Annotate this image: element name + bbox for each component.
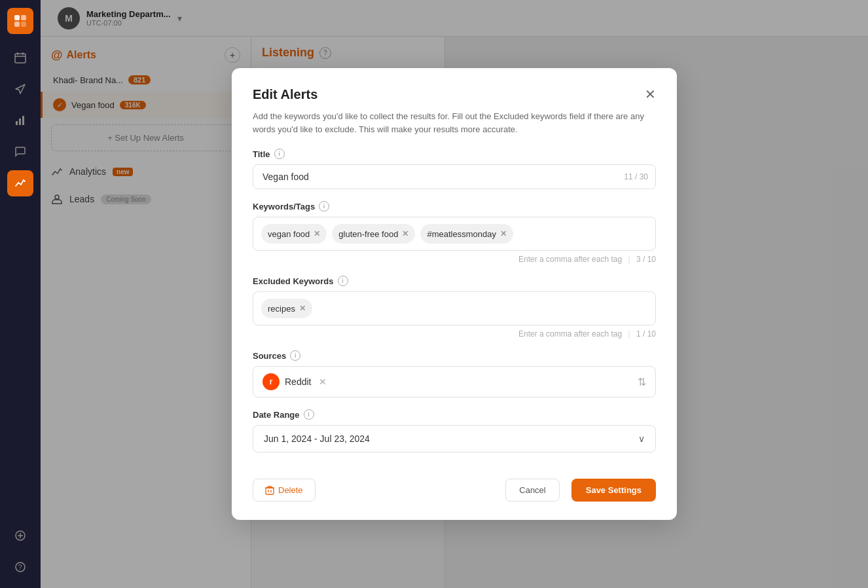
excluded-keywords-label: Excluded Keywords i bbox=[253, 276, 656, 286]
svg-rect-9 bbox=[19, 119, 21, 125]
modal-description: Add the keywords you'd like to collect t… bbox=[253, 110, 656, 136]
excluded-keywords-section: Excluded Keywords i recipes ✕ Enter a co… bbox=[253, 276, 656, 339]
excluded-info-icon[interactable]: i bbox=[338, 276, 348, 286]
modal-title: Edit Alerts bbox=[253, 87, 317, 102]
add-circle-icon[interactable] bbox=[7, 523, 33, 549]
send-nav-icon[interactable] bbox=[7, 76, 33, 102]
modal-overlay: Edit Alerts ✕ Add the keywords you'd lik… bbox=[41, 37, 868, 588]
excluded-tag-recipes: recipes ✕ bbox=[261, 299, 312, 318]
excluded-tags-container[interactable]: recipes ✕ bbox=[253, 291, 656, 325]
sources-info-icon[interactable]: i bbox=[290, 350, 300, 361]
title-label: Title i bbox=[253, 149, 656, 159]
date-range-value: Jun 1, 2024 - Jul 23, 2024 bbox=[264, 433, 370, 444]
svg-rect-29 bbox=[268, 487, 272, 488]
content-area: @ Alerts + Khadi- Brand Na... 821 ⚙ ✓ Ve… bbox=[41, 37, 868, 588]
svg-rect-0 bbox=[14, 15, 20, 20]
source-name: Reddit bbox=[285, 377, 311, 387]
calendar-nav-icon[interactable] bbox=[7, 45, 33, 71]
delete-button[interactable]: Delete bbox=[253, 479, 316, 502]
svg-rect-8 bbox=[16, 121, 18, 125]
cancel-button[interactable]: Cancel bbox=[505, 479, 559, 502]
modal-header: Edit Alerts ✕ bbox=[253, 86, 656, 102]
chart-nav-icon[interactable] bbox=[7, 107, 33, 134]
date-range-chevron-icon: ∨ bbox=[638, 433, 645, 444]
title-input[interactable] bbox=[253, 164, 656, 189]
keyword-tag-remove[interactable]: ✕ bbox=[500, 229, 507, 238]
edit-alerts-modal: Edit Alerts ✕ Add the keywords you'd lik… bbox=[232, 68, 677, 520]
source-reddit-tag: r Reddit ✕ bbox=[262, 373, 327, 390]
main-content: M Marketing Departm... UTC-07:00 ▾ @ Ale… bbox=[41, 0, 868, 588]
keyword-tag-gluten: gluten-free food ✕ bbox=[332, 224, 415, 244]
svg-rect-25 bbox=[266, 488, 274, 494]
sources-dropdown[interactable]: r Reddit ✕ ⇅ bbox=[253, 366, 656, 397]
sources-section: Sources i r Reddit ✕ ⇅ bbox=[253, 350, 656, 397]
svg-rect-4 bbox=[15, 54, 26, 63]
svg-rect-2 bbox=[14, 22, 20, 27]
app-logo bbox=[7, 8, 33, 34]
date-range-label: Date Range i bbox=[253, 409, 656, 420]
title-char-count: 11 / 30 bbox=[624, 172, 648, 181]
excluded-tag-remove[interactable]: ✕ bbox=[299, 304, 306, 313]
title-info-icon[interactable]: i bbox=[274, 149, 285, 159]
help-circle-icon[interactable]: ? bbox=[7, 554, 33, 580]
footer-right-buttons: Cancel Save Settings bbox=[505, 479, 656, 502]
keyword-tag-meatless: #meatlessmonday ✕ bbox=[420, 224, 513, 244]
chat-nav-icon[interactable] bbox=[7, 139, 33, 165]
icon-sidebar: ? bbox=[0, 0, 41, 588]
title-section: Title i 11 / 30 bbox=[253, 149, 656, 189]
title-input-wrapper: 11 / 30 bbox=[253, 164, 656, 189]
keywords-hint: Enter a comma after each tag | 3 / 10 bbox=[253, 255, 656, 264]
modal-close-button[interactable]: ✕ bbox=[645, 86, 656, 102]
svg-rect-1 bbox=[21, 15, 26, 20]
date-range-dropdown[interactable]: Jun 1, 2024 - Jul 23, 2024 ∨ bbox=[253, 425, 656, 452]
svg-text:?: ? bbox=[18, 564, 22, 571]
reddit-source-icon: r bbox=[262, 373, 280, 390]
save-settings-button[interactable]: Save Settings bbox=[571, 479, 656, 502]
svg-rect-3 bbox=[21, 22, 26, 27]
svg-rect-10 bbox=[22, 116, 24, 125]
trash-icon bbox=[265, 486, 274, 495]
keywords-info-icon[interactable]: i bbox=[319, 201, 329, 211]
keywords-section: Keywords/Tags i vegan food ✕ gluten-free… bbox=[253, 201, 656, 264]
keyword-tag-remove[interactable]: ✕ bbox=[314, 229, 320, 238]
keywords-label: Keywords/Tags i bbox=[253, 201, 656, 211]
source-remove-button[interactable]: ✕ bbox=[319, 377, 327, 387]
analytics-nav-icon[interactable] bbox=[7, 170, 33, 196]
keywords-tags-container[interactable]: vegan food ✕ gluten-free food ✕ #meatles… bbox=[253, 217, 656, 251]
keyword-tag-vegan: vegan food ✕ bbox=[261, 224, 327, 244]
keyword-tag-remove[interactable]: ✕ bbox=[402, 229, 408, 238]
date-range-section: Date Range i Jun 1, 2024 - Jul 23, 2024 … bbox=[253, 409, 656, 452]
date-range-info-icon[interactable]: i bbox=[304, 409, 314, 420]
modal-footer: Delete Cancel Save Settings bbox=[253, 468, 656, 502]
sources-expand-icon: ⇅ bbox=[638, 376, 646, 388]
excluded-hint: Enter a comma after each tag | 1 / 10 bbox=[253, 329, 656, 339]
sources-label: Sources i bbox=[253, 350, 656, 361]
